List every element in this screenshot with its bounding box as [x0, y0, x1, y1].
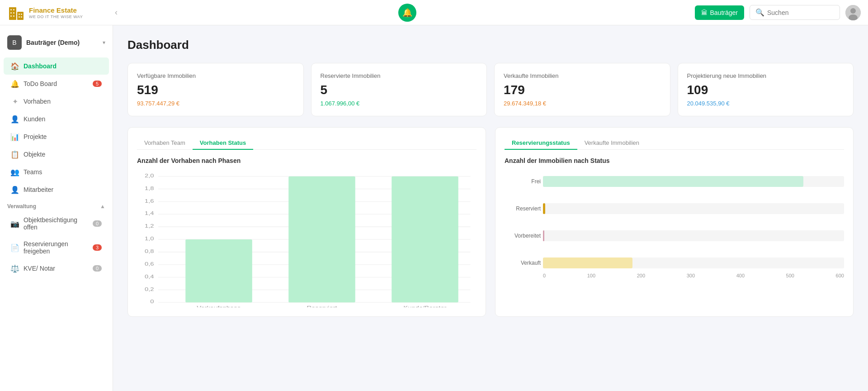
objekte-icon: 📋	[11, 150, 19, 158]
sidebar-org-left: B Bauträger (Demo)	[7, 35, 80, 50]
stat-label-2: Verkaufte Immobilien	[504, 72, 661, 79]
hbar-fill-frei	[543, 176, 803, 187]
logo-text: Finance Estate WE DO IT THE WISE WAY	[29, 6, 83, 19]
hbar-label-verkauft: Verkauft	[505, 257, 541, 268]
kamera-icon: 📷	[11, 219, 19, 228]
svg-text:1,2: 1,2	[145, 223, 154, 229]
svg-rect-9	[21, 14, 22, 15]
svg-rect-2	[10, 9, 12, 10]
tab-vorhaben-team[interactable]: Vorhaben Team	[137, 137, 193, 150]
stat-card-projektierung: Projektierung neue Immobilien 109 20.049…	[678, 63, 854, 116]
hbar-row-reserviert: Reserviert	[543, 203, 844, 214]
topbar: Finance Estate WE DO IT THE WISE WAY ‹ 🔔…	[0, 0, 868, 25]
avatar[interactable]	[845, 5, 861, 20]
nav-label-mitarbeiter: Mitarbeiter	[24, 186, 53, 193]
logo-title: Finance Estate	[29, 6, 83, 14]
notification-button[interactable]: 🔔	[398, 4, 416, 22]
hbar-label-reserviert: Reserviert	[505, 203, 541, 214]
building-icon: 🏛	[701, 9, 708, 16]
stat-label-1: Reservierte Immobilien	[321, 72, 478, 79]
x-label-600: 600	[836, 273, 844, 278]
bar-kundeberater	[392, 176, 458, 303]
tab-verkaufte-immobilien[interactable]: Verkaufte Immobilien	[577, 137, 646, 150]
verwaltung-section[interactable]: Verwaltung ▲	[0, 199, 113, 211]
stat-label-0: Verfügbare Immobilien	[137, 72, 294, 79]
sidebar-org[interactable]: B Bauträger (Demo) ▾	[0, 31, 113, 57]
logo-icon	[7, 4, 25, 22]
nav-item-kve[interactable]: ⚖️ KVE/ Notar 0	[4, 260, 109, 277]
svg-rect-1	[17, 12, 24, 20]
verwaltung-label: Verwaltung	[7, 203, 36, 210]
hbar-track-verkauft	[543, 257, 844, 268]
x-label-200: 200	[637, 273, 645, 278]
bar-chart-svg: 0 0,2 0,4 0,6 0,8 1,0 1,2 1,4 1,6 1,8 2,…	[137, 172, 476, 307]
nav-label-kunden: Kunden	[24, 115, 45, 123]
svg-rect-10	[19, 16, 20, 18]
stat-value-1: 5	[321, 83, 478, 97]
svg-text:0,2: 0,2	[145, 286, 154, 292]
nav-item-objekte[interactable]: 📋 Objekte	[4, 146, 109, 163]
search-input[interactable]	[767, 9, 834, 16]
svg-rect-5	[13, 12, 14, 14]
nav-item-dashboard[interactable]: 🏠 Dashboard	[4, 57, 109, 75]
nav-label-objekte: Objekte	[24, 151, 45, 158]
objektbesichtigung-badge: 0	[93, 220, 102, 227]
nav-item-vorhaben[interactable]: ✦ Vorhaben	[4, 93, 109, 110]
nav-item-teams[interactable]: 👥 Teams	[4, 163, 109, 181]
stat-card-verfuegbar: Verfügbare Immobilien 519 93.757.447,29 …	[127, 63, 304, 116]
nav-back-button[interactable]: ‹	[112, 5, 120, 20]
chart-tabs-right: Reservierungsstatus Verkaufte Immobilien	[505, 137, 844, 150]
nav-item-reservierungen[interactable]: 📄 Reservierungen freigeben 3	[4, 236, 109, 259]
sidebar: B Bauträger (Demo) ▾ 🏠 Dashboard 🔔 ToDo …	[0, 25, 113, 391]
tab-vorhaben-status[interactable]: Vorhaben Status	[193, 137, 253, 150]
kunden-icon: 👤	[11, 115, 19, 123]
bar-chart-vertical: 0 0,2 0,4 0,6 0,8 1,0 1,2 1,4 1,6 1,8 2,…	[137, 172, 476, 307]
svg-text:1,8: 1,8	[145, 185, 154, 191]
tab-reservierungsstatus[interactable]: Reservierungsstatus	[505, 137, 577, 150]
chevron-down-icon: ▾	[103, 39, 105, 46]
stat-sub-0: 93.757.447,29 €	[137, 100, 294, 107]
stat-card-reserviert: Reservierte Immobilien 5 1.067.996,00 €	[311, 63, 487, 116]
svg-text:1,6: 1,6	[145, 198, 154, 204]
nav-item-mitarbeiter[interactable]: 👤 Mitarbeiter	[4, 181, 109, 198]
svg-text:Kunde/Berater: Kunde/Berater	[403, 305, 447, 307]
layout: B Bauträger (Demo) ▾ 🏠 Dashboard 🔔 ToDo …	[0, 25, 868, 391]
nav-item-todo[interactable]: 🔔 ToDo Board 5	[4, 75, 109, 92]
nav-item-kunden[interactable]: 👤 Kunden	[4, 110, 109, 128]
svg-rect-7	[13, 15, 14, 17]
bautrager-button[interactable]: 🏛 Bauträger	[695, 5, 744, 20]
stat-sub-2: 29.674.349,18 €	[504, 100, 661, 107]
hbar-row-vorbereitet: Vorbereitet	[543, 230, 844, 241]
hbar-chart: Frei Reserviert Vorbereitet	[505, 172, 844, 278]
topbar-left: Finance Estate WE DO IT THE WISE WAY ‹	[7, 4, 120, 22]
svg-text:1,4: 1,4	[145, 210, 154, 216]
todo-badge: 5	[93, 81, 102, 87]
topbar-right: 🏛 Bauträger 🔍	[695, 5, 861, 20]
hbar-track-vorbereitet	[543, 230, 844, 241]
balance-icon: ⚖️	[11, 264, 19, 272]
x-label-300: 300	[687, 273, 695, 278]
nav-label-vorhaben: Vorhaben	[24, 98, 51, 105]
teams-icon: 👥	[11, 168, 19, 176]
chart-title-right: Anzahl der Immobilien nach Status	[505, 157, 844, 164]
svg-text:2,0: 2,0	[145, 172, 154, 178]
svg-rect-6	[10, 15, 12, 17]
home-icon: 🏠	[11, 62, 19, 70]
page-title: Dashboard	[127, 38, 854, 52]
x-label-0: 0	[543, 273, 546, 278]
nav-item-objektbesichtigung[interactable]: 📷 Objektbesichtigung offen 0	[4, 212, 109, 235]
nav-item-projekte[interactable]: 📊 Projekte	[4, 128, 109, 145]
nav-label-dashboard: Dashboard	[24, 62, 57, 70]
x-label-500: 500	[786, 273, 794, 278]
logo-area: Finance Estate WE DO IT THE WISE WAY	[7, 4, 107, 22]
bautrager-label: Bauträger	[710, 9, 738, 16]
hbar-x-axis: 0 100 200 300 400 500 600	[543, 273, 844, 278]
hbar-label-frei: Frei	[505, 176, 541, 187]
svg-rect-4	[10, 12, 12, 14]
stat-sub-1: 1.067.996,00 €	[321, 100, 478, 107]
todo-icon: 🔔	[11, 80, 19, 88]
svg-rect-11	[21, 16, 22, 18]
chart-title-left: Anzahl der Vorhaben nach Phasen	[137, 157, 476, 164]
svg-text:0,8: 0,8	[145, 248, 154, 254]
svg-rect-3	[13, 9, 14, 10]
